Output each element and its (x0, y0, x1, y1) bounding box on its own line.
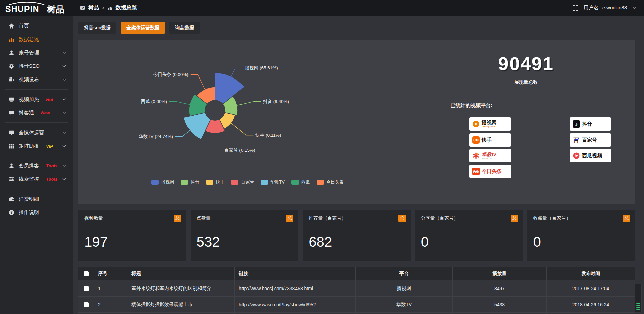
sidebar-item-account[interactable]: 账号管理 (0, 46, 73, 59)
total-badge[interactable]: 总 (623, 215, 630, 222)
stat-label: 视频数量 (84, 215, 103, 221)
stat-value: 0 (415, 226, 523, 250)
legend-label: 快手 (216, 179, 224, 185)
legend-item-快手[interactable]: 快手 (206, 179, 224, 185)
cell-title-link[interactable]: 楼体投影灯投影效果震撼上市 (127, 297, 235, 313)
sidebar-item-douyin-seo[interactable]: 抖音SEO (0, 59, 73, 73)
platform-chip-boosj: 播视网 boosj.com (469, 117, 511, 131)
pie-slice-华数TV[interactable] (183, 113, 211, 140)
monitor-icon (9, 130, 14, 136)
legend-label: 抖音 (191, 179, 199, 185)
sidebar-item-matrix-boost[interactable]: 矩阵助推 VIP (0, 139, 73, 153)
cell-index: 1 (94, 280, 127, 297)
legend-item-抖音[interactable]: 抖音 (181, 179, 199, 185)
legend-swatch (261, 180, 268, 185)
pie-label-line (169, 102, 190, 105)
stat-label: 点赞量 (197, 215, 211, 221)
total-badge[interactable]: 总 (398, 215, 406, 222)
row-checkbox[interactable] (84, 286, 89, 291)
chevron-down-icon (62, 112, 66, 114)
platforms-title: 已统计的视频平台: (450, 102, 635, 109)
summary-section: 90491 展现量总数 已统计的视频平台: 播视网 boosj.com 快 (417, 40, 635, 204)
select-all-checkbox[interactable] (84, 271, 89, 276)
pie-label: 今日头条 (0.00%) (153, 72, 189, 77)
total-badge[interactable]: 总 (511, 215, 518, 222)
sidebar-item-label: 首页 (19, 23, 29, 29)
column-title: 标题 (127, 267, 235, 280)
pie-label: 百家号 (0.15%) (224, 148, 255, 153)
breadcrumb-root[interactable]: 树品 (88, 4, 99, 11)
top-bar: SHUPIN 树品 树品 > 数据总览 用户名: zswodun88 (0, 0, 644, 16)
sidebar-item-data-overview[interactable]: 数据总览 (0, 33, 73, 46)
cell-plays: 5438 (453, 297, 547, 313)
cell-url-link[interactable]: http://www.wasu.cn/Play/show/id/952... (235, 297, 356, 313)
legend-item-播视网[interactable]: 播视网 (151, 179, 174, 185)
sidebar-item-label: 矩阵助推 (19, 143, 39, 149)
user-icon (9, 50, 14, 56)
rose-pie-chart[interactable]: 播视网 (65.61%)抖音 (9.40%)快手 (0.11%)百家号 (0.1… (78, 40, 417, 198)
table-row: 1 室外水纹灯和室内水纹灯的区别和简介 http://www.boosj.com… (78, 280, 635, 297)
app-logo[interactable]: SHUPIN 树品 (0, 2, 73, 14)
pie-label: 西瓜 (0.00%) (141, 99, 167, 104)
row-checkbox[interactable] (84, 302, 89, 307)
username-label[interactable]: 用户名: zswodun88 (584, 5, 627, 11)
new-badge: New (41, 110, 50, 115)
chart-panel: 播视网 (65.61%)抖音 (9.40%)快手 (0.11%)百家号 (0.1… (78, 40, 635, 204)
table-row: 2 楼体投影灯投影效果震撼上市 http://www.wasu.cn/Play/… (78, 297, 635, 313)
total-badge[interactable]: 总 (286, 215, 293, 222)
stat-value: 682 (303, 226, 411, 250)
logo-cn-text: 树品 (47, 4, 64, 14)
platform-name: 西瓜视频 (582, 153, 602, 158)
sidebar-item-label: 抖客通 (19, 110, 34, 116)
video-camera-icon (9, 77, 14, 83)
chevron-down-icon (62, 52, 66, 54)
total-badge[interactable]: 总 (174, 215, 181, 222)
pie-label: 抖音 (9.40%) (263, 99, 289, 104)
chevron-down-icon (62, 145, 66, 147)
sidebar-item-member-burst[interactable]: 会员爆客 Tools (0, 159, 73, 172)
stat-value: 197 (78, 226, 186, 250)
logo-graphic: SHUPIN 树品 (5, 2, 68, 14)
fullscreen-icon[interactable] (573, 5, 578, 11)
main-content: 抖音seo数据 全媒体运营数据 询盘数据 播视网 (65.61%)抖音 (9.4… (73, 16, 644, 314)
column-plays: 播放量 (453, 267, 547, 280)
sidebar-item-video-publish[interactable]: 视频发布 (0, 73, 73, 86)
legend-item-今日头条[interactable]: 今日头条 (317, 179, 344, 185)
stat-card-likes: 点赞量总 532 (191, 210, 299, 261)
chevron-down-icon (62, 65, 66, 67)
cell-time: 2017-08-24 17:04 (547, 280, 635, 297)
sidebar-item-home[interactable]: 首页 (0, 19, 73, 33)
column-publish-time: 发布时间 (547, 267, 635, 280)
platform-chip-xigua: 西瓜视频 (570, 149, 611, 162)
pie-label-line (231, 123, 254, 135)
legend-swatch (317, 180, 324, 185)
tab-douyin-seo-data[interactable]: 抖音seo数据 (78, 22, 116, 34)
legend-item-百家号[interactable]: 百家号 (231, 179, 254, 185)
xigua-icon (573, 152, 580, 159)
toutiao-icon: 头条 (472, 168, 480, 175)
sidebar-item-expense-detail[interactable]: 消费明细 (0, 192, 73, 206)
sidebar-item-lead-monitor[interactable]: 线索监控 Tools (0, 172, 73, 186)
pie-label-line (175, 130, 190, 136)
legend-item-西瓜[interactable]: 西瓜 (291, 179, 310, 185)
platform-chip-baijiahao: 百 百家号 (570, 133, 611, 147)
legend-item-华数TV[interactable]: 华数TV (261, 179, 285, 185)
platform-chip-kuaishou: 快手 (469, 133, 511, 147)
chevron-down-icon[interactable] (632, 7, 636, 9)
sidebar-item-label: 线索监控 (19, 176, 39, 182)
sidebar-item-omnimedia[interactable]: 全媒体运营 (0, 126, 73, 139)
pie-label-line (215, 133, 222, 150)
sidebar-item-doketong[interactable]: 抖客通 New (0, 106, 73, 119)
legend-label: 华数TV (270, 179, 285, 185)
boosj-icon (472, 120, 480, 128)
sidebar-item-video-heat[interactable]: 视频加热 Hot (0, 93, 73, 106)
sidebar-item-help[interactable]: ? 操作说明 (0, 206, 73, 219)
floating-widget[interactable] (635, 284, 642, 313)
cell-title-link[interactable]: 室外水纹灯和室内水纹灯的区别和简介 (127, 280, 235, 297)
stat-card-favorites: 收藏量（百家号）总 0 (527, 210, 635, 261)
tools-badge: Tools (46, 163, 57, 168)
tab-inquiry-data[interactable]: 询盘数据 (169, 22, 200, 34)
legend-label: 百家号 (241, 179, 254, 185)
cell-url-link[interactable]: http://www.boosj.com/7338468.html (235, 280, 356, 297)
tab-omnimedia-data[interactable]: 全媒体运营数据 (121, 22, 165, 34)
